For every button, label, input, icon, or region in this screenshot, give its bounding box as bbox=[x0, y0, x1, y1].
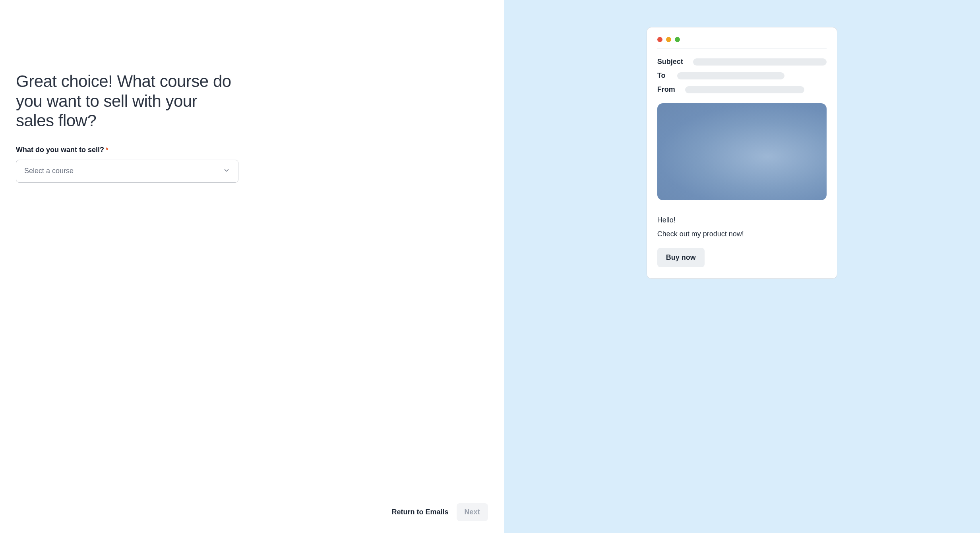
preview-panel: Subject To From Hello! Check out my prod… bbox=[504, 0, 980, 533]
email-greeting: Hello! bbox=[657, 216, 827, 224]
email-from-label: From bbox=[657, 85, 677, 94]
email-to-placeholder bbox=[677, 72, 784, 79]
email-subject-label: Subject bbox=[657, 58, 685, 66]
email-body-line: Check out my product now! bbox=[657, 230, 827, 238]
form-panel: Great choice! What course do you want to… bbox=[0, 0, 504, 533]
course-select[interactable]: Select a course bbox=[16, 160, 238, 183]
email-body: Hello! Check out my product now! bbox=[657, 216, 827, 238]
email-subject-row: Subject bbox=[657, 58, 827, 66]
email-from-row: From bbox=[657, 85, 827, 94]
next-button[interactable]: Next bbox=[457, 503, 488, 521]
email-from-placeholder bbox=[685, 86, 804, 93]
return-to-emails-button[interactable]: Return to Emails bbox=[391, 508, 448, 516]
required-asterisk: * bbox=[106, 147, 108, 153]
email-to-label: To bbox=[657, 71, 669, 80]
course-field: What do you want to sell?* Select a cour… bbox=[16, 146, 238, 183]
email-subject-placeholder bbox=[693, 58, 827, 66]
course-select-placeholder: Select a course bbox=[24, 167, 74, 175]
chevron-down-icon bbox=[223, 167, 230, 176]
traffic-light-yellow-icon bbox=[666, 37, 671, 42]
email-to-row: To bbox=[657, 71, 827, 80]
footer-actions: Return to Emails Next bbox=[0, 491, 504, 533]
course-field-label-row: What do you want to sell?* bbox=[16, 146, 238, 154]
buy-now-button[interactable]: Buy now bbox=[657, 248, 705, 267]
page-root: Great choice! What course do you want to… bbox=[0, 0, 980, 533]
page-title: Great choice! What course do you want to… bbox=[16, 71, 238, 131]
email-hero-image bbox=[657, 103, 827, 200]
traffic-light-red-icon bbox=[657, 37, 662, 42]
form-content: Great choice! What course do you want to… bbox=[0, 0, 262, 491]
window-traffic-lights bbox=[657, 37, 827, 49]
course-field-label: What do you want to sell? bbox=[16, 146, 104, 154]
traffic-light-green-icon bbox=[675, 37, 680, 42]
email-preview-window: Subject To From Hello! Check out my prod… bbox=[647, 27, 837, 279]
